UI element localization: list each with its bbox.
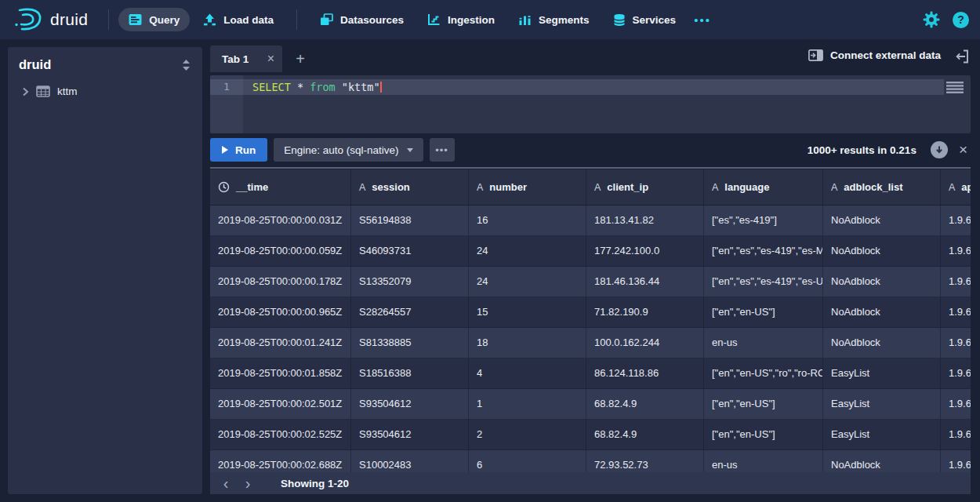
column-header-ap[interactable]: Aap <box>941 169 971 205</box>
table-cell[interactable]: 6 <box>469 450 586 472</box>
prev-page-button[interactable]: ‹ <box>215 474 237 493</box>
table-cell[interactable]: S56194838 <box>351 206 469 236</box>
table-cell[interactable]: 2 <box>469 420 586 450</box>
table-cell[interactable]: NoAdblock <box>823 328 941 358</box>
table-cell[interactable]: 15 <box>469 297 586 328</box>
table-cell[interactable]: S13352079 <box>351 267 469 297</box>
column-header-number[interactable]: Anumber <box>469 169 586 205</box>
table-cell[interactable]: 2019-08-25T00:00:02.688Z <box>210 450 351 472</box>
download-icon[interactable] <box>931 141 948 158</box>
tab-1[interactable]: Tab 1 × <box>210 45 282 72</box>
settings-gear-icon[interactable] <box>923 11 940 28</box>
table-cell[interactable]: 68.82.4.9 <box>586 389 704 420</box>
table-cell[interactable]: 1.9.6 <box>941 450 971 472</box>
query-more-button[interactable]: ••• <box>430 138 455 162</box>
nav-item-query[interactable]: Query <box>118 8 190 31</box>
table-cell[interactable]: 2019-08-25T00:00:02.525Z <box>210 420 351 450</box>
table-cell[interactable]: 2019-08-25T00:00:01.241Z <box>210 328 351 358</box>
table-cell[interactable]: S93504612 <box>351 420 469 450</box>
table-cell[interactable]: en-us <box>704 450 823 472</box>
table-cell[interactable]: 1.9.6 <box>941 328 971 358</box>
table-cell[interactable]: 86.124.118.86 <box>586 358 704 389</box>
table-cell[interactable]: 2019-08-25T00:00:02.501Z <box>210 389 351 420</box>
table-cell[interactable]: 1.9.6 <box>941 389 971 420</box>
table-cell[interactable]: 181.13.41.82 <box>586 206 704 236</box>
sql-editor[interactable]: 1 SELECT * from "kttm" <box>210 75 971 133</box>
next-page-button[interactable]: › <box>237 474 259 493</box>
column-header-language[interactable]: Alanguage <box>704 169 823 205</box>
sql-token: "kttm" <box>336 81 380 93</box>
table-cell[interactable]: S28264557 <box>351 297 469 328</box>
table-cell[interactable]: 1.9.6 <box>941 297 971 328</box>
table-cell[interactable]: S93504612 <box>351 389 469 420</box>
table-cell[interactable]: S18516388 <box>351 358 469 389</box>
table-cell[interactable]: S46093731 <box>351 236 469 267</box>
engine-select[interactable]: Engine: auto (sql-native) <box>274 138 423 162</box>
table-cell[interactable]: 2019-08-25T00:00:00.059Z <box>210 236 351 267</box>
table-cell[interactable]: 2019-08-25T00:00:01.858Z <box>210 358 351 389</box>
table-cell[interactable]: EasyList <box>823 389 941 420</box>
table-cell[interactable]: 24 <box>469 267 586 297</box>
column-header-adblock_list[interactable]: Aadblock_list <box>823 169 941 205</box>
help-icon[interactable]: ? <box>953 12 969 28</box>
table-cell[interactable]: S10002483 <box>351 450 469 472</box>
sort-icon[interactable] <box>181 59 191 71</box>
table-cell[interactable]: ["en","es","es-419","es-U <box>704 267 823 297</box>
table-cell[interactable]: NoAdblock <box>823 297 941 328</box>
table-cell[interactable]: ["en","en-US"] <box>704 420 823 450</box>
table-cell[interactable]: 2019-08-25T00:00:00.031Z <box>210 206 351 236</box>
table-cell[interactable]: en-us <box>704 328 823 358</box>
table-cell[interactable]: ["es","es-419"] <box>704 206 823 236</box>
table-cell[interactable]: 1.9.6 <box>941 206 971 236</box>
nav-more-button[interactable]: ••• <box>686 13 719 27</box>
table-cell[interactable]: EasyList <box>823 420 941 450</box>
nav-item-load-data[interactable]: Load data <box>193 8 284 31</box>
table-cell[interactable]: NoAdblock <box>823 236 941 267</box>
column-header-label: client_ip <box>607 181 648 193</box>
table-cell[interactable]: 71.82.190.9 <box>586 297 704 328</box>
table-cell[interactable]: NoAdblock <box>823 206 941 236</box>
tab-close-icon[interactable]: × <box>267 52 274 66</box>
nav-item-datasources[interactable]: Datasources <box>310 8 414 31</box>
table-cell[interactable]: 2019-08-25T00:00:00.965Z <box>210 297 351 328</box>
table-cell[interactable]: ["en","en-US","ro","ro-RO <box>704 358 823 389</box>
druid-logo[interactable]: druid <box>11 6 88 33</box>
nav-item-services[interactable]: Services <box>603 8 687 31</box>
table-cell[interactable]: 68.82.4.9 <box>586 420 704 450</box>
run-button[interactable]: Run <box>210 138 267 162</box>
sql-code-line[interactable]: SELECT * from "kttm" <box>252 79 382 95</box>
editor-menu-icon[interactable] <box>946 82 964 93</box>
table-cell[interactable]: ["en","en-US"] <box>704 389 823 420</box>
table-cell[interactable]: ["en","en-US"] <box>704 297 823 328</box>
table-cell[interactable]: 72.93.52.73 <box>586 450 704 472</box>
column-header-session[interactable]: Asession <box>351 169 469 205</box>
table-cell[interactable]: 177.242.100.0 <box>586 236 704 267</box>
column-header-client_ip[interactable]: Aclient_ip <box>586 169 704 205</box>
connect-external-data-button[interactable]: Connect external data <box>808 49 941 61</box>
table-cell[interactable]: EasyList <box>823 358 941 389</box>
collapse-panel-icon[interactable] <box>956 49 969 64</box>
nav-item-segments[interactable]: Segments <box>508 8 600 31</box>
table-cell[interactable]: 181.46.136.44 <box>586 267 704 297</box>
table-cell[interactable]: 1 <box>469 389 586 420</box>
table-cell[interactable]: S81338885 <box>351 328 469 358</box>
table-cell[interactable]: 1.9.6 <box>941 267 971 297</box>
table-cell[interactable]: 1.9.6 <box>941 420 971 450</box>
new-tab-button[interactable]: + <box>290 49 310 69</box>
table-cell[interactable]: 16 <box>469 206 586 236</box>
table-cell[interactable]: 24 <box>469 236 586 267</box>
table-cell[interactable]: 100.0.162.244 <box>586 328 704 358</box>
table-cell[interactable]: 1.9.6 <box>941 236 971 267</box>
sidebar-item-kttm[interactable]: kttm <box>8 79 202 104</box>
close-results-icon[interactable]: × <box>959 141 967 158</box>
table-cell[interactable]: ["en","es","es-419","es-M <box>704 236 823 267</box>
table-cell[interactable]: NoAdblock <box>823 267 941 297</box>
table-cell[interactable]: 4 <box>469 358 586 389</box>
table-cell[interactable]: 2019-08-25T00:00:00.178Z <box>210 267 351 297</box>
table-cell[interactable]: NoAdblock <box>823 450 941 472</box>
table-cell[interactable]: 1.9.6 <box>941 358 971 389</box>
table-body: 2019-08-25T00:00:00.031ZS5619483816181.1… <box>210 206 971 472</box>
table-cell[interactable]: 18 <box>469 328 586 358</box>
column-header-__time[interactable]: __time <box>210 169 351 205</box>
nav-item-ingestion[interactable]: Ingestion <box>417 8 505 31</box>
